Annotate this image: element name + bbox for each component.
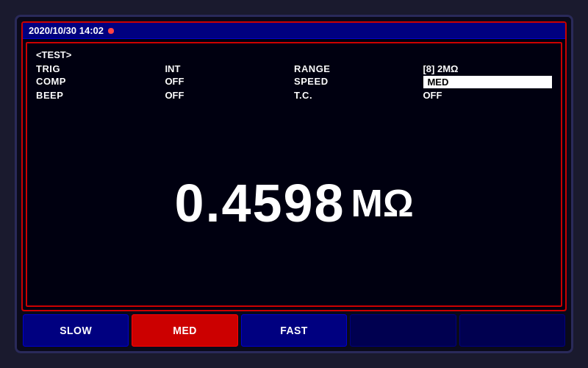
btn-empty-1[interactable] bbox=[350, 314, 456, 347]
speed-value: MED bbox=[423, 76, 553, 88]
comp-value: OFF bbox=[165, 76, 295, 88]
main-display: <TEST> TRIG INT RANGE [8] 2MΩ COMP OFF S… bbox=[26, 42, 562, 307]
datetime-label: 2020/10/30 14:02 bbox=[29, 25, 104, 36]
measurement-value: 0.4598 bbox=[174, 173, 345, 233]
trig-value: INT bbox=[165, 63, 295, 74]
test-header: <TEST> bbox=[36, 49, 552, 60]
speed-label: SPEED bbox=[294, 76, 423, 88]
comp-label: COMP bbox=[36, 76, 165, 88]
range-value: [8] 2MΩ bbox=[423, 63, 553, 74]
trig-label: TRIG bbox=[36, 63, 165, 74]
med-button[interactable]: MED bbox=[132, 314, 237, 347]
range-label: RANGE bbox=[294, 63, 423, 74]
device-frame: 2020/10/30 14:02 <TEST> TRIG INT RANGE [… bbox=[15, 15, 573, 353]
measurement-unit: MΩ bbox=[351, 181, 414, 225]
slow-button[interactable]: SLOW bbox=[23, 314, 129, 347]
bottom-buttons: SLOW MED FAST bbox=[21, 314, 567, 347]
params-grid: TRIG INT RANGE [8] 2MΩ COMP OFF SPEED ME… bbox=[36, 63, 552, 101]
tc-value: OFF bbox=[423, 90, 553, 101]
beep-value: OFF bbox=[165, 90, 295, 101]
fast-button[interactable]: FAST bbox=[241, 314, 347, 347]
measurement-area: 0.4598 MΩ bbox=[36, 107, 552, 300]
btn-empty-2[interactable] bbox=[459, 314, 565, 347]
status-bar: 2020/10/30 14:02 bbox=[23, 23, 565, 39]
beep-label: BEEP bbox=[36, 90, 165, 101]
status-dot bbox=[108, 28, 114, 34]
screen-area: 2020/10/30 14:02 <TEST> TRIG INT RANGE [… bbox=[21, 21, 567, 311]
tc-label: T.C. bbox=[294, 90, 423, 101]
